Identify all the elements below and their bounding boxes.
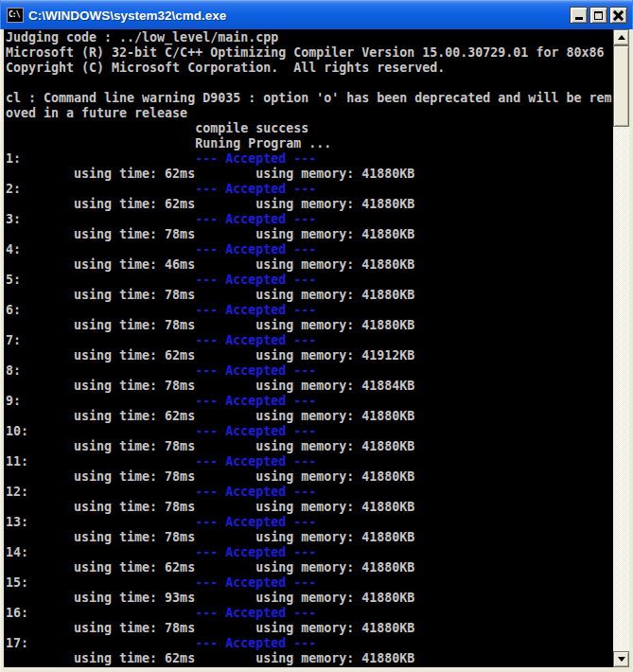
verdict-text: --- Accepted --- xyxy=(195,303,316,317)
verdict-text: --- Accepted --- xyxy=(195,545,316,559)
console-line: using time: 78ms using memory: 41880KB xyxy=(6,469,613,485)
verdict-text: --- Accepted --- xyxy=(195,485,316,499)
console-line: 10: --- Accepted --- xyxy=(6,424,613,439)
window-controls xyxy=(570,7,627,24)
console-line: Microsoft (R) 32-bit C/C++ Optimizing Co… xyxy=(6,45,613,61)
verdict-text: --- Accepted --- xyxy=(195,454,316,469)
cmd-window: C:\ C:\WINDOWS\system32\cmd.exe Judging … xyxy=(0,0,633,672)
verdict-text: --- Accepted --- xyxy=(195,151,316,166)
console-line: cl : Command line warning D9035 : option… xyxy=(6,91,613,106)
close-icon xyxy=(612,9,624,22)
console-line xyxy=(6,76,613,91)
minimize-button[interactable] xyxy=(570,7,588,24)
console-line: 1: --- Accepted --- xyxy=(6,151,613,167)
console-line: using time: 78ms using memory: 41880KB xyxy=(6,500,613,515)
cmd-icon-label: C:\ xyxy=(8,11,19,19)
console-line: 8: --- Accepted --- xyxy=(6,363,613,379)
verdict-text: --- Accepted --- xyxy=(195,606,316,620)
verdict-text: --- Accepted --- xyxy=(195,242,316,256)
window-body: Judging code : ../low_level/main.cppMicr… xyxy=(0,29,633,672)
console-line: Runing Program ... xyxy=(6,136,613,151)
scrollbar-track[interactable] xyxy=(613,45,629,651)
console-line: using time: 78ms using memory: 41880KB xyxy=(6,288,613,303)
verdict-text: --- Accepted --- xyxy=(195,212,316,226)
console-line: using time: 62ms using memory: 41880KB xyxy=(6,651,613,666)
console-line: 7: --- Accepted --- xyxy=(6,333,613,348)
console-line: using time: 62ms using memory: 41912KB xyxy=(6,348,613,363)
console-line: using time: 62ms using memory: 41880KB xyxy=(6,197,613,212)
console-line: using time: 62ms using memory: 41880KB xyxy=(6,560,613,575)
console-output: Judging code : ../low_level/main.cppMicr… xyxy=(4,29,613,667)
arrow-up-icon xyxy=(618,35,625,40)
console-line: using time: 78ms using memory: 41880KB xyxy=(6,227,613,242)
maximize-button[interactable] xyxy=(589,7,607,24)
verdict-text: --- Accepted --- xyxy=(195,363,316,378)
verdict-text: --- Accepted --- xyxy=(195,273,316,287)
console-line: using time: 46ms using memory: 41880KB xyxy=(6,257,613,273)
console-line: Copyright (C) Microsoft Corporation. All… xyxy=(6,61,613,76)
console-line: Judging code : ../low_level/main.cpp xyxy=(6,30,613,45)
console-line: using time: 78ms using memory: 41884KB xyxy=(6,379,613,394)
console-line: 14: --- Accepted --- xyxy=(6,545,613,560)
console-line: 13: --- Accepted --- xyxy=(6,515,613,530)
console-line: 6: --- Accepted --- xyxy=(6,303,613,318)
verdict-text: --- Accepted --- xyxy=(195,575,316,590)
scroll-down-button[interactable] xyxy=(613,651,629,667)
console-line: using time: 62ms using memory: 41880KB xyxy=(6,409,613,424)
maximize-icon xyxy=(594,11,603,20)
verdict-text: --- Accepted --- xyxy=(195,636,316,650)
console-line: using time: 78ms using memory: 41880KB xyxy=(6,439,613,454)
scrollbar-thumb[interactable] xyxy=(613,45,629,127)
console-line: 17: --- Accepted --- xyxy=(6,636,613,651)
console-line: oved in a future release xyxy=(6,106,613,121)
console-line: 12: --- Accepted --- xyxy=(6,485,613,500)
verdict-text: --- Accepted --- xyxy=(195,394,316,408)
close-button[interactable] xyxy=(609,7,627,24)
scroll-up-button[interactable] xyxy=(613,29,629,45)
vertical-scrollbar[interactable] xyxy=(613,29,633,667)
arrow-down-icon xyxy=(618,657,625,662)
console-line: using time: 78ms using memory: 41880KB xyxy=(6,530,613,545)
verdict-text: --- Accepted --- xyxy=(195,333,316,347)
console-line: using time: 62ms using memory: 41880KB xyxy=(6,167,613,182)
minimize-icon xyxy=(575,17,583,20)
title-bar[interactable]: C:\ C:\WINDOWS\system32\cmd.exe xyxy=(0,0,633,29)
verdict-text: --- Accepted --- xyxy=(195,515,316,529)
window-title: C:\WINDOWS\system32\cmd.exe xyxy=(28,9,570,23)
console-line: 9: --- Accepted --- xyxy=(6,394,613,409)
verdict-text: --- Accepted --- xyxy=(195,182,316,196)
console-line: 15: --- Accepted --- xyxy=(6,575,613,591)
cmd-icon[interactable]: C:\ xyxy=(7,8,24,23)
verdict-text: --- Accepted --- xyxy=(195,424,316,438)
console-line: using time: 78ms using memory: 41880KB xyxy=(6,318,613,333)
console-line: 5: --- Accepted --- xyxy=(6,273,613,288)
console-line: 3: --- Accepted --- xyxy=(6,212,613,227)
console-line: 16: --- Accepted --- xyxy=(6,606,613,621)
console-line: compile success xyxy=(6,121,613,136)
console-line: using time: 93ms using memory: 41880KB xyxy=(6,591,613,606)
console-line: using time: 78ms using memory: 41880KB xyxy=(6,621,613,636)
console-line: 4: --- Accepted --- xyxy=(6,242,613,257)
console-line: 2: --- Accepted --- xyxy=(6,182,613,197)
console-line: 11: --- Accepted --- xyxy=(6,454,613,469)
